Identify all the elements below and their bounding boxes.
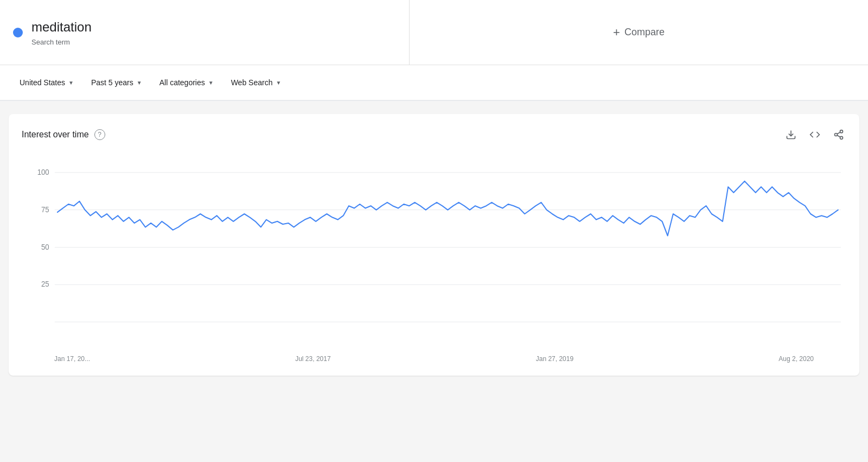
chart-title-group: Interest over time ? xyxy=(22,129,105,140)
svg-text:50: 50 xyxy=(41,243,49,251)
share-button[interactable] xyxy=(831,127,846,142)
search-term-label: meditation xyxy=(31,18,92,35)
chart-header: Interest over time ? xyxy=(22,127,846,142)
chart-card: Interest over time ? xyxy=(9,114,859,376)
search-type-filter[interactable]: Web Search ▼ xyxy=(225,74,288,91)
time-label: Past 5 years xyxy=(91,78,133,87)
time-arrow-icon: ▼ xyxy=(137,80,142,86)
download-button[interactable] xyxy=(783,127,799,142)
x-label-1: Jan 17, 20... xyxy=(54,355,90,363)
svg-point-3 xyxy=(840,136,843,139)
search-term-sublabel: Search term xyxy=(31,38,92,46)
search-type-label: Web Search xyxy=(231,78,273,87)
chart-actions xyxy=(783,127,846,142)
region-label: United States xyxy=(20,78,65,87)
search-term-box: meditation Search term xyxy=(0,0,410,65)
compare-box[interactable]: + Compare xyxy=(410,0,868,65)
search-bar-section: meditation Search term + Compare xyxy=(0,0,868,65)
svg-line-4 xyxy=(837,135,840,137)
embed-button[interactable] xyxy=(807,127,822,142)
time-filter[interactable]: Past 5 years ▼ xyxy=(85,74,149,91)
filters-section: United States ▼ Past 5 years ▼ All categ… xyxy=(0,65,868,101)
compare-button[interactable]: + Compare xyxy=(602,20,675,45)
x-axis-labels: Jan 17, 20... Jul 23, 2017 Jan 27, 2019 … xyxy=(22,351,846,363)
help-icon[interactable]: ? xyxy=(94,129,105,140)
svg-text:75: 75 xyxy=(41,206,49,214)
svg-point-1 xyxy=(840,130,843,133)
category-label: All categories xyxy=(159,78,205,87)
compare-label: Compare xyxy=(624,27,665,38)
search-term-dot xyxy=(13,28,23,37)
svg-line-5 xyxy=(837,132,840,134)
chart-title: Interest over time xyxy=(22,130,89,140)
search-type-arrow-icon: ▼ xyxy=(276,80,281,86)
chart-svg: 100 75 50 25 xyxy=(22,155,846,351)
svg-point-2 xyxy=(835,134,838,136)
x-label-3: Jan 27, 2019 xyxy=(536,355,573,363)
page-wrapper: meditation Search term + Compare United … xyxy=(0,0,868,384)
region-filter[interactable]: United States ▼ xyxy=(13,74,80,91)
compare-plus-icon: + xyxy=(613,26,620,40)
search-term-text: meditation Search term xyxy=(31,18,92,46)
x-label-4: Aug 2, 2020 xyxy=(778,355,814,363)
region-arrow-icon: ▼ xyxy=(68,80,74,86)
main-content: Interest over time ? xyxy=(0,105,868,384)
category-arrow-icon: ▼ xyxy=(208,80,214,86)
category-filter[interactable]: All categories ▼ xyxy=(153,74,220,91)
chart-area: 100 75 50 25 xyxy=(22,155,846,351)
svg-text:100: 100 xyxy=(37,168,49,176)
svg-text:25: 25 xyxy=(41,280,49,288)
x-label-2: Jul 23, 2017 xyxy=(295,355,330,363)
